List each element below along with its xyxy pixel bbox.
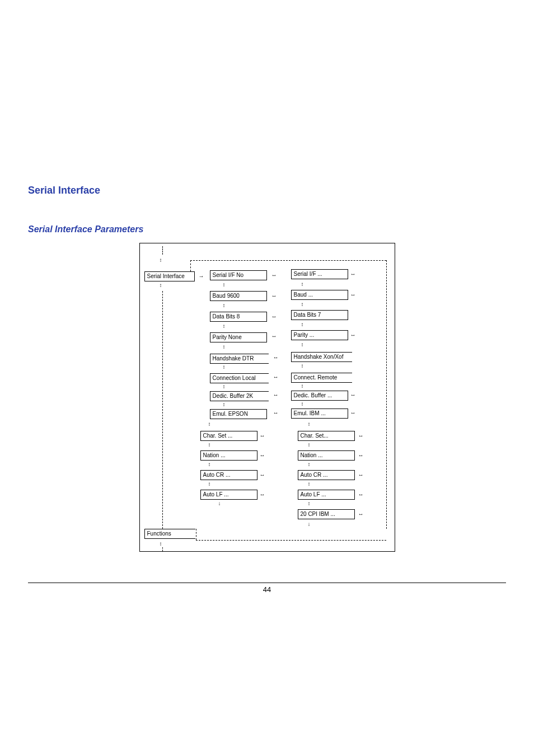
node-data-bits-7: Data Bits 7 bbox=[291, 310, 348, 320]
double-arrow-vert-icon: ↕ bbox=[223, 402, 226, 407]
node-connection-local: Connection Local bbox=[210, 373, 269, 383]
double-arrow-vert-icon: ↕ bbox=[208, 462, 211, 467]
node-baud-9600: Baud 9600 bbox=[210, 291, 267, 301]
double-arrow-vert-icon: ↕ bbox=[223, 384, 226, 389]
section-title: Serial Interface bbox=[28, 185, 506, 196]
double-arrow-vert-icon: ↕ bbox=[208, 442, 211, 448]
double-arrow-horiz-icon: ↔ bbox=[273, 374, 279, 380]
node-functions: Functions bbox=[144, 529, 195, 539]
node-handshake-xon: Handshake Xon/Xof bbox=[291, 352, 352, 362]
double-arrow-vert-icon: ↕ bbox=[308, 462, 311, 467]
double-arrow-horiz-icon: ↔ bbox=[358, 492, 364, 497]
double-arrow-vert-icon: ↕ bbox=[223, 282, 226, 288]
double-arrow-vert-icon: ↕ bbox=[301, 342, 304, 348]
double-arrow-vert-icon: ↕ bbox=[301, 322, 304, 327]
double-arrow-horiz-icon: ↔ bbox=[273, 410, 279, 416]
double-arrow-horiz-icon: ↔ bbox=[271, 273, 277, 278]
double-arrow-horiz-icon: ↔ bbox=[350, 392, 356, 398]
double-arrow-vert-icon: ↕ bbox=[308, 501, 311, 506]
node-serial-if-alt: Serial I/F ... bbox=[291, 269, 348, 279]
node-auto-lf-l: Auto LF ... bbox=[200, 490, 257, 500]
page-number: 44 bbox=[0, 585, 534, 594]
double-arrow-vert-icon: ↕ bbox=[208, 481, 211, 487]
node-20-cpi-ibm: 20 CPI IBM ... bbox=[298, 509, 355, 519]
node-serial-interface: Serial Interface bbox=[144, 271, 195, 281]
double-arrow-vert-icon: ↕ bbox=[208, 421, 211, 427]
arrow-down-icon: ↓ bbox=[218, 501, 221, 506]
page-rule bbox=[28, 583, 506, 583]
double-arrow-horiz-icon: ↔ bbox=[350, 410, 356, 416]
double-arrow-horiz-icon: ↔ bbox=[358, 433, 364, 439]
menu-diagram: Serial Interface ↕ ↕ → Serial I/F No ↔ S… bbox=[139, 243, 395, 552]
double-arrow-vert-icon: ↕ bbox=[223, 303, 226, 308]
double-arrow-horiz-icon: ↔ bbox=[271, 314, 277, 320]
double-arrow-horiz-icon: ↔ bbox=[358, 472, 364, 478]
node-dedic-buffer-alt: Dedic. Buffer ... bbox=[291, 391, 348, 401]
double-arrow-vert-icon: ↕ bbox=[308, 481, 311, 487]
double-arrow-horiz-icon: ↔ bbox=[260, 492, 265, 497]
double-arrow-vert-icon: ↕ bbox=[301, 383, 304, 389]
double-arrow-vert-icon: ↕ bbox=[160, 541, 162, 547]
double-arrow-horiz-icon: ↔ bbox=[350, 271, 356, 277]
double-arrow-vert-icon: ↕ bbox=[223, 323, 226, 329]
double-arrow-vert-icon: ↕ bbox=[160, 283, 162, 288]
node-nation-r: Nation ... bbox=[298, 450, 355, 461]
double-arrow-horiz-icon: ↔ bbox=[358, 511, 364, 517]
node-baud-alt: Baud ... bbox=[291, 290, 348, 300]
node-auto-lf-r: Auto LF ... bbox=[298, 490, 355, 500]
double-arrow-horiz-icon: ↔ bbox=[260, 453, 265, 458]
node-parity-alt: Parity ... bbox=[291, 330, 348, 340]
double-arrow-vert-icon: ↕ bbox=[223, 364, 226, 370]
node-parity-none: Parity None bbox=[210, 332, 267, 342]
node-dedic-buffer-2k: Dedic. Buffer 2K bbox=[210, 391, 269, 401]
node-serial-if-no: Serial I/F No bbox=[210, 270, 267, 280]
double-arrow-horiz-icon: ↔ bbox=[271, 293, 277, 299]
node-data-bits-8: Data Bits 8 bbox=[210, 312, 267, 322]
arrow-down-icon: ↓ bbox=[308, 522, 311, 527]
node-connect-remote: Connect. Remote bbox=[291, 373, 352, 383]
double-arrow-horiz-icon: ↔ bbox=[260, 472, 265, 478]
double-arrow-vert-icon: ↕ bbox=[308, 442, 311, 448]
double-arrow-vert-icon: ↕ bbox=[308, 421, 311, 427]
double-arrow-horiz-icon: ↔ bbox=[273, 392, 279, 398]
node-emul-ibm: Emul. IBM ... bbox=[291, 408, 348, 419]
double-arrow-vert-icon: ↕ bbox=[301, 363, 304, 369]
double-arrow-vert-icon: ↕ bbox=[301, 302, 304, 307]
arrow-right-icon: → bbox=[199, 274, 204, 279]
node-auto-cr-r: Auto CR ... bbox=[298, 470, 355, 480]
double-arrow-vert-icon: ↕ bbox=[223, 344, 226, 350]
double-arrow-horiz-icon: ↔ bbox=[358, 453, 364, 458]
double-arrow-horiz-icon: ↔ bbox=[260, 433, 265, 439]
node-nation-l: Nation ... bbox=[200, 450, 257, 461]
double-arrow-vert-icon: ↕ bbox=[301, 281, 304, 287]
node-char-set-r: Char. Set... bbox=[298, 431, 355, 441]
double-arrow-horiz-icon: ↔ bbox=[350, 292, 356, 298]
double-arrow-horiz-icon: ↔ bbox=[271, 334, 277, 339]
double-arrow-vert-icon: ↕ bbox=[160, 257, 162, 263]
double-arrow-horiz-icon: ↔ bbox=[273, 355, 279, 360]
node-handshake-dtr: Handshake DTR bbox=[210, 354, 269, 364]
node-emul-epson: Emul. EPSON bbox=[210, 409, 267, 419]
node-auto-cr-l: Auto CR ... bbox=[200, 470, 257, 480]
node-char-set-l: Char. Set ... bbox=[200, 431, 257, 441]
double-arrow-vert-icon: ↕ bbox=[301, 401, 304, 407]
section-subtitle: Serial Interface Parameters bbox=[28, 224, 506, 234]
double-arrow-horiz-icon: ↔ bbox=[350, 332, 356, 338]
